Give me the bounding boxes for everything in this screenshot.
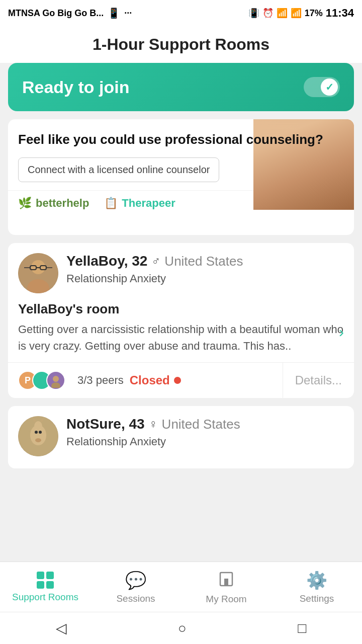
nav-label-sessions: Sessions (116, 593, 155, 604)
room-top-1: YellaBoy, 32 ♂ United States Relationshi… (8, 243, 354, 301)
status-right: 📳 ⏰ 📶 📶 17% 11:34 (248, 7, 354, 20)
room-desc-1: Getting over a narcissistic relationship… (18, 321, 344, 354)
system-nav: ◁ ○ □ (0, 612, 362, 644)
user-name-line-2: NotSure, 43 ♀ United States (66, 416, 344, 432)
details-button-1[interactable]: Details... (295, 373, 342, 387)
user-info-1: YellaBoy, 32 ♂ United States Relationshi… (66, 253, 344, 285)
nav-label-settings: Settings (300, 593, 334, 604)
room-title-1: YellaBoy's room (18, 301, 344, 317)
betterhelp-icon: 🌿 (18, 197, 32, 210)
page-header: 1-Hour Support Rooms (0, 26, 362, 63)
settings-icon: ⚙️ (306, 570, 327, 590)
grid-cell-3 (37, 581, 44, 589)
carrier-text: MTNSA Go Big Go B... (8, 8, 104, 19)
ready-label: Ready to join (22, 77, 129, 97)
dots-icon: ··· (124, 8, 132, 19)
betterhelp-text: betterhelp (36, 197, 89, 210)
avatar-yella-placeholder (18, 253, 58, 293)
nav-label-my-room: My Room (206, 594, 246, 605)
connect-button[interactable]: Connect with a licensed online counselor (18, 157, 219, 182)
user-name-1: YellaBoy, 32 (66, 253, 147, 269)
avatar-notsure (18, 416, 58, 456)
svg-rect-19 (224, 579, 228, 586)
gender-icon-2: ♀ (149, 417, 158, 431)
avatar-yella (18, 253, 58, 293)
therapeer-logo[interactable]: 📋 Therapeer (104, 197, 175, 210)
user-info-2: NotSure, 43 ♀ United States Relationship… (66, 416, 344, 448)
wifi-icon: 📶 (277, 8, 288, 19)
back-button[interactable]: ◁ (46, 616, 77, 640)
room-footer-1: P 3/3 peers Closed Details... (8, 362, 354, 398)
betterhelp-logo[interactable]: 🌿 betterhelp (18, 197, 89, 210)
user-country-2: United States (162, 417, 240, 432)
status-bar: MTNSA Go Big Go B... 📱 ··· 📳 ⏰ 📶 📶 17% 1… (0, 0, 362, 26)
nav-my-room[interactable]: My Room (181, 562, 272, 612)
nav-settings[interactable]: ⚙️ Settings (272, 562, 362, 612)
sessions-icon: 💬 (125, 570, 146, 590)
user-tag-2: Relationship Anxiety (66, 435, 344, 448)
counseling-card: Feel like you could use professional cou… (8, 119, 354, 235)
battery-text: 17% (305, 8, 323, 19)
svg-point-12 (34, 421, 42, 431)
user-name-line-1: YellaBoy, 32 ♂ United States (66, 253, 344, 269)
room-footer-right-1[interactable]: Details... (283, 363, 354, 398)
grid-cell-4 (46, 581, 54, 589)
whatsapp-icon: 📱 (108, 7, 120, 19)
peer-avatars-1: P (18, 371, 60, 390)
bottom-nav: Support Rooms 💬 Sessions My Room ⚙️ Sett… (0, 561, 362, 612)
counseling-inner: Feel like you could use professional cou… (8, 119, 354, 190)
room-card-1[interactable]: YellaBoy, 32 ♂ United States Relationshi… (8, 243, 354, 398)
status-left: MTNSA Go Big Go B... 📱 ··· (8, 7, 132, 19)
grid-cell-2 (46, 572, 54, 579)
user-country-1: United States (164, 254, 243, 269)
user-name-2: NotSure, 43 (66, 416, 145, 432)
ready-toggle[interactable]: ✓ (304, 77, 340, 97)
counseling-headline: Feel like you could use professional cou… (18, 131, 344, 148)
grid-cell-1 (37, 572, 44, 579)
peer-avatar-c (46, 371, 65, 390)
svg-point-15 (35, 431, 38, 434)
signal-icon: 📶 (291, 8, 302, 19)
time-display: 11:34 (326, 7, 354, 20)
user-tag-1: Relationship Anxiety (66, 272, 344, 285)
room-footer-left-1: P 3/3 peers Closed (8, 363, 283, 398)
status-closed-1: Closed (130, 373, 181, 387)
nav-support-rooms[interactable]: Support Rooms (0, 562, 90, 612)
gender-icon-1: ♂ (151, 254, 160, 268)
svg-point-16 (39, 431, 42, 434)
closed-label-1: Closed (130, 373, 170, 387)
peer-count-1: 3/3 peers (77, 374, 124, 387)
nav-sessions[interactable]: 💬 Sessions (90, 562, 181, 612)
room-body-1: YellaBoy's room Getting over a narcissis… (8, 301, 354, 362)
recent-button[interactable]: □ (288, 616, 316, 640)
page-title: 1-Hour Support Rooms (93, 35, 269, 53)
status-dot-1 (174, 377, 181, 384)
counseling-text-area: Feel like you could use professional cou… (18, 131, 344, 182)
room-card-2[interactable]: NotSure, 43 ♀ United States Relationship… (8, 406, 354, 468)
my-room-icon (218, 570, 234, 591)
svg-point-9 (51, 382, 60, 388)
home-button[interactable]: ○ (168, 616, 197, 640)
avatar-notsure-placeholder (18, 416, 58, 456)
toggle-check-icon: ✓ (321, 78, 338, 96)
room-top-2: NotSure, 43 ♀ United States Relationship… (8, 406, 354, 464)
main-content: Ready to join ✓ Feel like you could use … (0, 63, 362, 561)
therapeer-icon: 📋 (104, 197, 118, 210)
chevron-right-icon-1: › (339, 324, 344, 341)
nav-label-support-rooms: Support Rooms (12, 592, 78, 603)
alarm-icon: ⏰ (262, 8, 274, 19)
svg-point-8 (53, 376, 59, 382)
grid-icon (37, 572, 54, 589)
ready-banner: Ready to join ✓ (8, 63, 354, 111)
vibrate-icon: 📳 (248, 8, 259, 19)
therapeer-text: Therapeer (122, 197, 175, 210)
svg-point-17 (35, 438, 41, 442)
